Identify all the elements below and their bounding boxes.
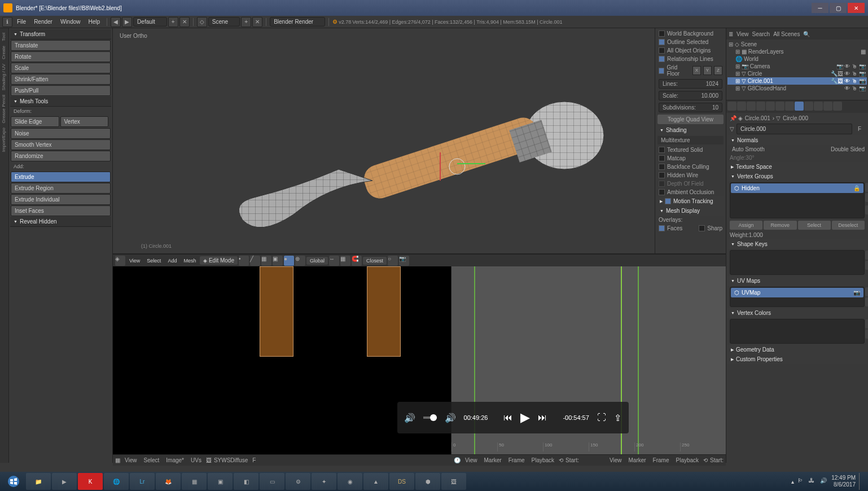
outliner-hand-node[interactable]: ⊞ ▽G8ClosedHand👁 🖱 📷 [727,85,867,92]
mesh-menu[interactable]: Mesh [181,257,199,265]
tab-create[interactable]: Create [0,43,8,62]
editor-type-uv-icon[interactable]: ▦ [115,457,120,463]
vcolor-add-button[interactable]: + [865,319,868,328]
outliner-filter-dropdown[interactable]: All Scenes [773,31,800,37]
motion-tracking-header[interactable]: Motion Tracking [656,196,725,206]
taskbar-app6-icon[interactable]: ◉ [337,473,362,490]
snap-toggle-icon[interactable]: 🧲 [352,256,362,266]
extrude-individual-button[interactable]: Extrude Individual [11,194,111,205]
tl-playback-menu2[interactable]: Playback [674,456,702,464]
image-fake-user[interactable]: F [250,456,258,464]
shapekey-remove-button[interactable]: − [865,261,868,270]
extrude-button[interactable]: Extrude [11,172,111,182]
start-button[interactable] [2,473,25,490]
fullscreen-icon[interactable]: ⛶ [597,411,606,424]
vgroup-remove-button[interactable]: − [865,193,868,202]
scale-button[interactable]: Scale [11,63,111,73]
taskbar-clock[interactable]: 12:49 PM 8/6/2017 [831,475,856,488]
orientation-dropdown[interactable]: Global [306,257,328,265]
pivot-icon[interactable]: ⊕ [295,256,305,266]
outliner-camera-node[interactable]: ⊞ 📷Camera📷 👁 🖱 📷 [727,63,867,70]
tab-renderlayers-icon[interactable] [737,102,746,111]
next-button[interactable]: ⏭ [538,411,547,424]
subdiv-field[interactable]: Subdivisions:10 [659,103,722,112]
axis-y-button[interactable]: Y [703,66,712,75]
scale-field[interactable]: Scale:10.000 [659,91,722,100]
backface-checkbox[interactable] [659,164,665,170]
inset-faces-button[interactable]: Inset Faces [11,205,111,216]
tl-sync-icon[interactable]: ⟲ [559,457,563,463]
scene-browse-icon[interactable]: ◇ [197,17,207,27]
minimize-button[interactable]: ─ [812,3,828,13]
axis-z-button[interactable]: Z [714,66,722,75]
editor-type-outliner-icon[interactable]: ≣ [729,31,733,37]
taskbar-explorer-icon[interactable]: 📁 [26,473,51,490]
taskbar-chrome-icon[interactable]: 🌐 [104,473,129,490]
obj-origins-checkbox[interactable] [659,47,665,54]
extrude-region-button[interactable]: Extrude Region [11,183,111,194]
vgroup-hidden-item[interactable]: ⬡Hidden🔒 [731,183,863,193]
tab-tools[interactable]: Tool [0,30,8,43]
ao-checkbox[interactable] [659,189,665,195]
outliner-search-icon[interactable]: 🔍 [803,31,810,37]
uv-image-menu[interactable]: Image* [164,456,186,464]
layers-icon[interactable]: ▦ [340,256,350,266]
tl-frame-menu2[interactable]: Frame [651,456,672,464]
shapekey-add-button[interactable]: + [865,251,868,260]
editor-type-icon[interactable]: ℹ [2,17,12,27]
image-browse-icon[interactable]: 🖼 [206,457,212,463]
taskbar-lr-icon[interactable]: Lr [130,473,155,490]
close-button[interactable]: ✕ [848,3,865,13]
editor-type-3d-icon[interactable]: ◈ [115,256,125,266]
outliner-renderlayers-node[interactable]: ⊞ ▦RenderLayers▦ [727,48,867,55]
mesh-display-header[interactable]: Mesh Display [656,206,725,216]
mode-dropdown[interactable]: ◈ Edit Mode [200,256,238,265]
tray-network-icon[interactable]: 🖧 [809,477,817,485]
outliner-world-node[interactable]: 🌐World [727,55,867,63]
tl-start-field[interactable]: Start: [565,457,579,463]
mesh-name-field[interactable]: Circle.000 [737,124,852,134]
back-icon[interactable]: ◀ [111,17,121,27]
outliner-search-menu[interactable]: Search [752,31,770,37]
tab-physics-icon[interactable] [833,102,842,111]
remove-layout-icon[interactable]: ✕ [179,17,190,27]
shading-section-header[interactable]: Shading [656,125,725,135]
uv-maps-list[interactable]: ⬡UVMap📷 + − [730,287,865,307]
tab-constraints-icon[interactable] [775,102,784,111]
volume-icon[interactable]: 🔊 [445,411,456,424]
menu-help[interactable]: Help [85,17,104,26]
taskbar-ds-icon[interactable]: DS [389,473,414,490]
custom-props-section[interactable]: Custom Properties [727,354,867,364]
tl-view-menu[interactable]: View [463,456,480,464]
menu-window[interactable]: Window [57,17,84,26]
render-engine-dropdown[interactable]: Blender Render [270,17,325,27]
uv-view-menu[interactable]: View [122,456,139,464]
menu-render[interactable]: Render [30,17,56,26]
tab-texture-icon[interactable] [814,102,823,111]
motion-tracking-checkbox[interactable] [665,198,671,204]
shape-keys-list[interactable]: + − [730,250,865,275]
remove-scene-icon[interactable]: ✕ [252,17,262,27]
uvmap-add-button[interactable]: + [865,287,868,296]
tab-world-icon[interactable] [756,102,765,111]
taskbar-app-k-icon[interactable]: K [78,473,103,490]
outline-sel-checkbox[interactable] [659,39,665,45]
snap-element-dropdown[interactable]: Closest [363,257,387,265]
randomize-button[interactable]: Randomize [11,151,111,161]
tl-view-menu2[interactable]: View [607,456,624,464]
vertex-colors-section[interactable]: Vertex Colors [727,308,867,318]
pushpull-button[interactable]: Push/Pull [11,85,111,96]
forward-icon[interactable]: ▶ [122,17,132,27]
axis-x-button[interactable]: X [692,66,701,75]
taskbar-app8-icon[interactable]: ⬢ [415,473,440,490]
grid-floor-checkbox[interactable] [659,68,664,74]
menu-file[interactable]: File [14,17,29,26]
vertex-groups-list[interactable]: ⬡Hidden🔒 + − ▾ [730,182,865,218]
smooth-vertex-button[interactable]: Smooth Vertex [11,139,111,150]
select-menu[interactable]: Select [144,257,164,265]
uv-maps-section[interactable]: UV Maps [727,276,867,286]
tl-start-field2[interactable]: Start: [710,457,724,463]
manipulator-icon[interactable]: ↔ [329,256,339,266]
deselect-button[interactable]: Deselect [832,221,865,230]
vgroup-specials-button[interactable]: ▾ [865,205,868,214]
